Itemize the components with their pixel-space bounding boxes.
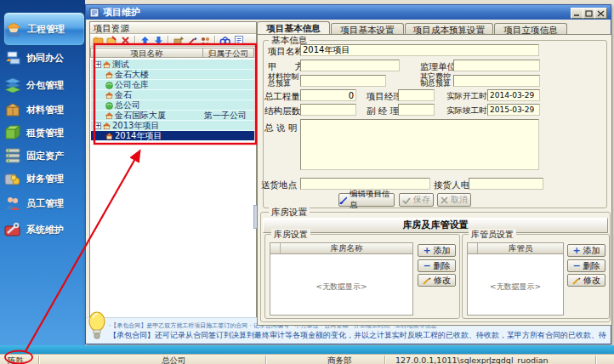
keeper-table[interactable]: 库管员 <无数据显示> xyxy=(467,242,564,316)
sidebar-item-staff[interactable]: 员工管理 xyxy=(3,193,83,213)
save-button[interactable]: 保存 xyxy=(399,193,434,207)
total-quantity-input[interactable] xyxy=(300,89,356,101)
sidebar-item-label: 员工管理 xyxy=(26,197,64,210)
house-icon xyxy=(105,92,113,100)
receiver-phone-input[interactable] xyxy=(469,178,543,190)
other-budget-input[interactable] xyxy=(453,75,540,87)
sidebar-item-fixed-assets[interactable]: 固定资产 xyxy=(3,145,83,166)
manager-label: 项目经理 xyxy=(367,91,402,103)
minimize-button[interactable] xyxy=(571,8,583,19)
move-up-icon[interactable] xyxy=(139,36,151,46)
keeper-modify-button[interactable]: 修改 xyxy=(567,274,605,287)
cancel-label: 取消 xyxy=(451,194,468,206)
expander-icon[interactable]: + xyxy=(94,122,101,129)
keeper-add-button[interactable]: + 添加 xyxy=(567,244,605,257)
keeper-delete-button[interactable]: − 删除 xyxy=(567,259,605,272)
party-a-input[interactable] xyxy=(300,60,400,71)
pencil-icon xyxy=(572,276,581,285)
column-header-project-name[interactable]: 项目名称 xyxy=(90,48,203,58)
deputy-manager-label: 副 经 理 xyxy=(367,105,399,117)
staff-icon xyxy=(3,195,22,212)
floors-label: 结构层数 xyxy=(264,105,300,117)
material-icon xyxy=(3,101,22,118)
lightbulb-icon xyxy=(88,310,106,342)
close-button[interactable] xyxy=(594,8,607,19)
project-name-input[interactable] xyxy=(300,44,539,56)
cancel-button[interactable]: 取消 xyxy=(437,193,471,207)
deputy-manager-input[interactable] xyxy=(398,104,435,116)
statusbar: 陈胜 总公司 商务部 127.0.0.1,1011\sqlexpr Jzgdgl… xyxy=(0,354,614,364)
delivery-place-input[interactable] xyxy=(300,178,430,190)
move-down-icon[interactable] xyxy=(153,36,164,46)
users-icon[interactable] xyxy=(200,36,211,46)
warehouse-add-button[interactable]: + 添加 xyxy=(418,244,456,257)
sidebar-item-lease[interactable]: 租赁管理 xyxy=(3,122,83,143)
statusbar-divider xyxy=(595,355,597,364)
tab-project-cost-budget[interactable]: 项目成本预算设置 xyxy=(405,23,493,35)
statusbar-user: 陈胜 xyxy=(8,355,24,364)
keeper-column: 库管员 xyxy=(478,243,563,253)
delete-label: 删除 xyxy=(583,260,600,272)
sidebar-item-system[interactable]: 系统维护 xyxy=(3,219,83,240)
statusbar-db-name: Jzgdgl_ruodian xyxy=(489,355,549,364)
manager-input[interactable] xyxy=(398,89,435,101)
search-icon[interactable] xyxy=(219,36,230,46)
tree-item-selected[interactable]: 2014年项目 xyxy=(91,131,254,141)
save-check-icon xyxy=(402,196,411,204)
warehouse-modify-button[interactable]: 修改 xyxy=(418,274,456,287)
edit-project-button[interactable]: 编辑项目信息 xyxy=(338,193,395,207)
toolbar-separator xyxy=(134,36,136,45)
supervisor-input[interactable] xyxy=(453,60,540,71)
warehouse-delete-button[interactable]: − 删除 xyxy=(418,259,456,272)
expander-icon[interactable]: + xyxy=(94,61,101,68)
end-date-input[interactable] xyxy=(487,104,540,116)
toolbar-separator xyxy=(168,36,169,45)
plus-icon: + xyxy=(423,247,430,255)
material-budget-input[interactable] xyxy=(300,75,386,87)
tree-item-subsidiary: 第一子公司 xyxy=(204,110,247,122)
dialog-titlebar[interactable]: 项目维护 xyxy=(86,5,611,20)
dialog-icon xyxy=(89,8,99,18)
cancel-x-icon xyxy=(441,196,448,204)
sidebar-item-label: 租赁管理 xyxy=(26,127,64,139)
total-quantity-label: 总工程量 xyxy=(264,91,300,103)
warehouse-table[interactable]: 库房名称 <无数据显示> xyxy=(270,242,413,316)
delete-label: 删除 xyxy=(434,260,451,272)
sidebar-item-label: 材料管理 xyxy=(26,104,64,117)
tab-project-approval[interactable]: 项目立项信息 xyxy=(494,23,567,35)
sidebar-item-subcontract[interactable]: 分包管理 xyxy=(3,75,83,95)
finance-icon xyxy=(3,170,22,187)
pencil-icon xyxy=(423,276,431,285)
description-textarea[interactable] xyxy=(300,119,539,170)
delete-icon[interactable] xyxy=(120,36,131,46)
party-a-label: 甲 方 xyxy=(268,61,304,73)
new-folder-icon[interactable] xyxy=(93,36,104,46)
keeper-group-title: 库管员设置 xyxy=(469,229,516,241)
no-data-text: <无数据显示> xyxy=(270,282,412,293)
sidebar-item-material[interactable]: 材料管理 xyxy=(3,100,83,120)
maximize-button[interactable] xyxy=(583,8,595,19)
edit-folder-icon[interactable] xyxy=(106,36,117,46)
sidebar-item-engineering[interactable]: 工程管理 xyxy=(3,12,85,46)
floors-input[interactable] xyxy=(300,104,356,116)
warehouse-name-column: 库房名称 xyxy=(281,243,412,253)
report-icon[interactable] xyxy=(233,36,244,46)
tab-project-basic-setup[interactable]: 项目基本设置 xyxy=(331,23,404,35)
tab-project-basic-info[interactable]: 项目基本信息 xyxy=(257,21,330,34)
project-basic-info-panel: 基本信息 项目名称* 甲 方 监理单位 材料控制总预算 其它费控制总预算 总工程… xyxy=(257,34,612,326)
pen-icon[interactable] xyxy=(186,36,197,46)
column-header-subsidiary[interactable]: 归属子公司 xyxy=(203,48,254,58)
import-icon[interactable] xyxy=(173,36,184,46)
warehouse-group-title: 库房设置 xyxy=(269,207,310,219)
fixed-assets-icon xyxy=(3,147,22,164)
warehouse-left-title: 库房设置 xyxy=(271,229,310,241)
house-icon xyxy=(103,61,111,69)
edit-pen-icon xyxy=(339,196,347,204)
minus-icon: − xyxy=(572,262,580,270)
resource-panel-header: 项目资源 xyxy=(90,22,256,34)
supervisor-label: 监理单位 xyxy=(420,61,456,73)
sidebar-item-finance[interactable]: 财务管理 xyxy=(3,168,83,189)
toolbar-separator xyxy=(214,36,216,45)
sidebar-item-office[interactable]: 协同办公 xyxy=(3,48,83,68)
start-date-input[interactable] xyxy=(487,89,540,101)
